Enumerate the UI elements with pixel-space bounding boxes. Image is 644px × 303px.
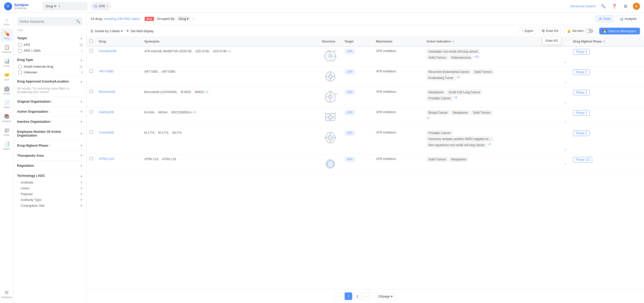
filter-checkbox-unknown[interactable] [18, 71, 22, 74]
search-icon[interactable]: 🔍 [600, 3, 607, 10]
next-page-button[interactable]: › [363, 292, 370, 300]
indication-expand[interactable]: +5 [454, 96, 457, 99]
filter-sub-conjugation-site[interactable]: Conjugation Site ▼ [14, 203, 86, 208]
filter-group-therapeutic-header[interactable]: Therapeutic Area ▼ [14, 152, 86, 159]
drug-name-link[interactable]: ATRN-119 [99, 157, 114, 161]
filter-group-approved-header[interactable]: Drug Approved Country/Location ▲ [14, 77, 86, 85]
indication-cell: Prostatic CancerHormone receptor positiv… [423, 128, 570, 154]
filter-group-regulation-header[interactable]: Regulation ▼ [14, 162, 86, 169]
save-workspace-button[interactable]: 💾 Save to Workspace [599, 28, 640, 34]
filter-group-highest-phase-header[interactable]: Drug Highest Phase ⓘ ▼ [14, 142, 86, 149]
rd-status-link[interactable]: including 238 R&D status [103, 17, 140, 21]
drug-name-link[interactable]: Tuvusertib [99, 131, 114, 134]
filter-group-drug-type-header[interactable]: Drug Type ▲ [14, 56, 86, 64]
sidebar-item-comp[interactable]: 📊 Comp. [1, 56, 13, 69]
filter-sub-antibody-type[interactable]: Antibody Type ▼ [14, 197, 86, 203]
indication-tag: Solid Tumors [471, 110, 493, 115]
filter-group-employee-num-header[interactable]: Employee Number Of Active Organization ▼ [14, 128, 86, 139]
filter-sub-antibody[interactable]: Antibody ▼ [14, 180, 86, 185]
filter-item-atr[interactable]: ATR 23 [14, 42, 86, 48]
data-table-container: Drug Synonyms Structure Target Mechanism [87, 37, 644, 289]
synonyms-expand[interactable]: +2 [192, 111, 196, 114]
literature-icon: 📚 [4, 114, 10, 119]
search-type-select[interactable]: Drug [45, 4, 57, 8]
sidebar-item-patent[interactable]: 📄 Patent [1, 98, 13, 111]
row-checkbox[interactable] [90, 131, 93, 134]
sidebar-item-literature[interactable]: 📚 Literature [1, 112, 13, 124]
prev-page-button[interactable]: ‹ [336, 292, 343, 300]
user-avatar[interactable]: G [633, 3, 640, 10]
close-tab-button[interactable]: × [106, 5, 108, 8]
sidebar-item-clinical[interactable]: 🏥 Clinical [1, 84, 13, 97]
sidebar-item-deal[interactable]: 🤝 Deal [1, 70, 13, 83]
expand-icon[interactable]: ⤢ [427, 148, 567, 152]
expand-icon[interactable]: ⤢ [427, 80, 567, 84]
synonyms-expand[interactable]: +1 [227, 50, 231, 53]
expand-icon[interactable]: ⤢ [427, 162, 567, 166]
row-checkbox[interactable] [90, 69, 93, 73]
filter-item-small-molecule[interactable]: Small molecule drug 21 [14, 64, 86, 69]
filter-group-target: Target ▲ ATR 23 ATR + DNA 1 [14, 34, 86, 54]
sidebar-item-workspace[interactable]: ⊞ Workspace [1, 288, 13, 300]
analysis-view-button[interactable]: 📊 Analysis [616, 15, 640, 22]
drug-name-link[interactable]: ART-0380 [99, 69, 113, 73]
filter-group-regulation: Regulation ▼ [14, 162, 86, 169]
row-checkbox[interactable] [90, 90, 93, 93]
filter-group-target-header[interactable]: Target ▲ [14, 34, 86, 42]
sidebar-item-playbook[interactable]: 📋 Playbook [1, 42, 13, 55]
expand-icon[interactable]: ⤢ [427, 101, 567, 105]
filter-group-adc-header[interactable]: Technology | ADC ▲ [14, 172, 86, 180]
alert-toggle[interactable] [585, 29, 593, 33]
page-1-button[interactable]: 1 [345, 292, 352, 300]
advanced-search-link[interactable]: Advanced Search [570, 4, 596, 8]
sidebar-item-home[interactable]: ⌂ Home [1, 15, 13, 28]
filter-group-original-org: Original Organization ⓘ ▼ [14, 98, 86, 105]
search-bar[interactable]: Drug ▾ [42, 2, 88, 11]
table-view-button[interactable]: ⊞ Table [596, 15, 614, 22]
drug-name-link[interactable]: Ceralasertib [99, 49, 116, 53]
drug-name-link[interactable]: Berzosertib [99, 90, 115, 94]
row-checkbox[interactable] [90, 157, 93, 160]
filter-group-active-org-header[interactable]: Active Organization ⓘ ▼ [14, 108, 86, 115]
select-all-checkbox[interactable] [90, 39, 93, 43]
filter-sub-linker[interactable]: Linker ▼ [14, 185, 86, 191]
filter-checkbox-small-molecule[interactable] [18, 65, 22, 68]
filter-item-unknown[interactable]: Unknown 3 [14, 69, 86, 75]
chevron-down-icon: ▾ [391, 294, 393, 298]
filter-checkbox-atr-dna[interactable] [18, 49, 22, 53]
sidebar-item-drug[interactable]: 💊 Drug [1, 29, 13, 41]
active-tab[interactable]: ⛓ ATR × [91, 2, 111, 11]
set-alert-button[interactable]: 🔔 Set Alert [564, 27, 596, 35]
help-icon[interactable]: ❓ [611, 3, 618, 10]
mechanism-cell: ATR inhibitors [373, 87, 423, 108]
export-button[interactable]: ↑ Export [519, 28, 536, 34]
filter-checkbox-atr[interactable] [18, 43, 22, 47]
th-structure: Structure [319, 37, 342, 46]
indication-expand[interactable]: +1 [426, 116, 430, 120]
page-2-button[interactable]: 2 [354, 292, 361, 300]
indication-expand[interactable]: +2 [488, 143, 491, 146]
refine-keywords-input[interactable] [20, 20, 74, 23]
filter-sub-payload[interactable]: Payload ▼ [14, 191, 86, 197]
indication-expand[interactable]: +6 [457, 75, 460, 79]
row-checkbox[interactable] [90, 110, 93, 113]
enter-kg-button[interactable]: ⛓ Enter KG [539, 28, 561, 34]
page-size-select[interactable]: 20/page ▾ [376, 293, 395, 299]
table-icon: ⊞ [599, 17, 602, 21]
filter-group-original-org-header[interactable]: Original Organization ⓘ ▼ [14, 98, 86, 105]
mechanism-cell: ATR inhibitors [373, 108, 423, 128]
expand-icon[interactable]: ⤢ [427, 120, 567, 124]
indication-expand[interactable]: +20 [474, 55, 479, 59]
synonyms-expand[interactable]: +2 [205, 90, 208, 94]
apps-icon[interactable]: ⊞ [622, 3, 629, 10]
sort-button[interactable]: ⇅ Sorted by 3 fields ▾ [91, 29, 123, 33]
sidebar-item-report[interactable]: 📑 Report [1, 139, 13, 152]
expand-icon[interactable]: ⤢ [427, 60, 567, 64]
filter-item-atr-dna[interactable]: ATR + DNA 1 [14, 48, 86, 54]
drug-name-link[interactable]: Gartisertib [99, 110, 114, 114]
row-checkbox[interactable] [90, 49, 93, 52]
filter-group-inactive-org-header[interactable]: Inactive Organization ⓘ ▼ [14, 118, 86, 125]
group-by-button[interactable]: Drug ▾ [177, 16, 191, 21]
sidebar-item-news[interactable]: 📰 News [1, 125, 13, 138]
field-display-button[interactable]: 👁 Set field display [126, 29, 153, 33]
